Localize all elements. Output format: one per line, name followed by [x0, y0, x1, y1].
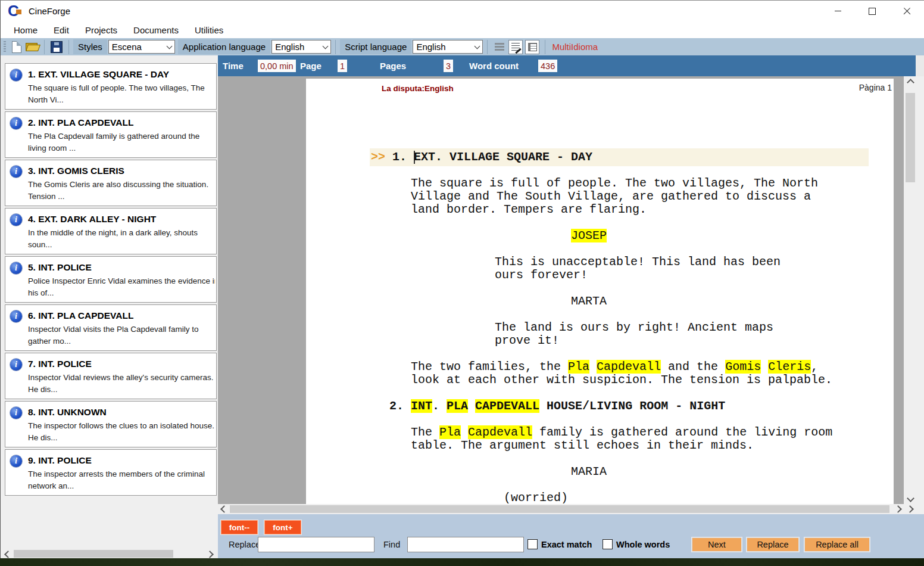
parenthetical[interactable]: (worried) [504, 492, 894, 504]
application-language-label: Application language [178, 39, 270, 54]
scene-heading[interactable]: >> 1. EXT. VILLAGE SQUARE - DAY [370, 148, 869, 166]
application-language-dropdown[interactable]: English [271, 40, 331, 54]
scroll-left-button[interactable] [218, 504, 230, 514]
replace-input[interactable] [258, 537, 374, 552]
dialogue-block[interactable]: This is unacceptable! This land has been… [495, 256, 894, 282]
scene-card[interactable]: i6. INT. PLA CAPDEVALLInspector Vidal vi… [5, 304, 217, 351]
menu-item-home[interactable]: Home [14, 25, 38, 35]
scene-card-description: The inspector arrests the members of the… [28, 468, 215, 492]
document-header: La disputa:English [382, 84, 454, 93]
new-document-button[interactable] [9, 39, 24, 55]
sidebar-horizontal-scrollbar[interactable] [1, 549, 218, 559]
window-controls [820, 1, 924, 21]
scene-card[interactable]: i8. INT. UNKNOWNThe inspector follows th… [5, 401, 217, 447]
font-decrease-button[interactable]: font-- [221, 520, 258, 534]
highlighted-term: Gomis [725, 360, 761, 374]
toolbar-separator [487, 40, 488, 54]
editor-right-margin [917, 76, 924, 514]
word-count-value: 436 [538, 60, 557, 72]
scene-card[interactable]: i7. INT. POLICEInspector Vidal reviews t… [5, 353, 217, 399]
close-icon [903, 7, 911, 15]
chevron-down-icon [475, 43, 480, 49]
pages-label: Pages [380, 61, 406, 71]
find-input[interactable] [407, 537, 524, 552]
highlighted-term: Pla [568, 360, 589, 374]
scene-card-title: 8. INT. UNKNOWN [28, 407, 214, 418]
scroll-left-icon[interactable] [4, 551, 12, 558]
scene-card[interactable]: i9. INT. POLICEThe inspector arrests the… [5, 449, 217, 496]
editor-vertical-scrollbar[interactable] [904, 76, 917, 504]
font-increase-button[interactable]: font+ [264, 520, 301, 534]
whole-words-checkbox[interactable] [603, 539, 613, 549]
menu-item-edit[interactable]: Edit [54, 25, 69, 35]
scrollbar-thumb[interactable] [906, 93, 915, 182]
page-number-label: Pàgina 1 [859, 83, 892, 92]
menu-bar: HomeEditProjectsDocumentsUtilities [1, 21, 924, 38]
scene-card-description: In the middle of the night, in a dark al… [28, 227, 215, 251]
whole-words-label[interactable]: Whole words [616, 540, 670, 549]
menu-item-documents[interactable]: Documents [133, 25, 179, 35]
dialogue-block[interactable]: The land is ours by right! Ancient mapsp… [495, 321, 894, 347]
next-button[interactable]: Next [692, 537, 742, 552]
new-document-icon [12, 41, 21, 53]
scrollbar-thumb[interactable] [14, 550, 173, 558]
chevron-down-icon [907, 495, 914, 502]
title-bar: C CineForge [1, 1, 924, 21]
save-button[interactable] [49, 39, 64, 55]
replace-all-button[interactable]: Replace all [804, 537, 870, 552]
scene-card[interactable]: i2. INT. PLA CAPDEVALLThe Pla Capdevall … [5, 111, 217, 158]
script-language-dropdown[interactable]: English [413, 40, 483, 54]
character-name[interactable]: MARTA [571, 295, 894, 308]
desktop-strip [0, 558, 924, 566]
exact-match-label[interactable]: Exact match [541, 540, 592, 549]
close-button[interactable] [889, 1, 924, 21]
highlighted-term: Cleris [768, 360, 811, 374]
script-edit-button[interactable] [508, 40, 523, 54]
script-page[interactable]: La disputa:English Pàgina 1 >> 1. EXT. V… [306, 79, 894, 504]
character-name[interactable]: MARIA [571, 465, 894, 478]
action-block[interactable]: The Pla Capdevall family is gathered aro… [411, 426, 894, 452]
action-block[interactable]: The two families, the Pla Capdevall and … [411, 360, 894, 387]
scroll-right-button[interactable] [892, 504, 904, 514]
scene-card-title: 7. INT. POLICE [28, 359, 214, 369]
action-block[interactable]: The square is full of people. The two vi… [411, 177, 894, 216]
exact-match-checkbox[interactable] [527, 539, 538, 549]
open-file-button[interactable] [24, 39, 40, 55]
replace-button[interactable]: Replace [747, 537, 799, 552]
scene-card-description: The inspector follows the clues to an is… [28, 420, 215, 444]
maximize-button[interactable] [855, 1, 889, 21]
application-window: C CineForge HomeEditProjectsDocumentsUti… [0, 0, 924, 558]
toolbar-grip[interactable] [4, 41, 6, 53]
form-view-button[interactable] [525, 40, 539, 54]
scene-card[interactable]: i3. INT. GOMIS CLERISThe Gomis Cleris ar… [5, 160, 217, 206]
scene-heading[interactable]: 2. INT. PLA CAPDEVALL HOUSE/LIVING ROOM … [389, 400, 894, 413]
chevron-right-icon [894, 505, 902, 513]
script-content: >> 1. EXT. VILLAGE SQUARE - DAYThe squar… [306, 151, 894, 504]
desktop-background: C CineForge HomeEditProjectsDocumentsUti… [0, 0, 924, 566]
highlighted-term: Capdevall [597, 360, 661, 374]
styles-dropdown[interactable]: Escena [108, 40, 175, 54]
scroll-up-button[interactable] [904, 76, 917, 88]
scene-card-title: 9. INT. POLICE [28, 455, 214, 466]
info-icon: i [10, 69, 23, 82]
info-icon: i [10, 310, 23, 323]
scrollbar-corner[interactable] [904, 504, 924, 514]
scroll-right-icon[interactable] [206, 551, 214, 558]
highlighted-term: PLA [447, 399, 468, 413]
stats-bar: Time 0,00 min Page 1 Pages 3 Word count … [218, 55, 916, 76]
scroll-down-button[interactable] [904, 492, 917, 504]
menu-item-utilities[interactable]: Utilities [195, 25, 223, 35]
scene-card[interactable]: i5. INT. POLICEPolice Inspector Enric Vi… [5, 256, 217, 303]
scrollbar-thumb[interactable] [230, 505, 889, 513]
scene-card[interactable]: i4. EXT. DARK ALLEY - NIGHTIn the middle… [5, 208, 217, 254]
scene-card[interactable]: i1. EXT. VILLAGE SQUARE - DAYThe square … [5, 63, 217, 110]
time-value: 0,00 min [258, 60, 296, 72]
paragraph-format-button[interactable] [492, 39, 507, 55]
window-title: CineForge [29, 6, 70, 16]
editor-horizontal-scrollbar[interactable] [218, 504, 904, 514]
minimize-button[interactable] [820, 1, 855, 21]
character-name[interactable]: JOSEP [571, 229, 894, 242]
scene-card-description: The square is full of people. The two vi… [28, 82, 215, 106]
menu-item-projects[interactable]: Projects [85, 25, 117, 35]
styles-dropdown-value: Escena [112, 42, 142, 52]
